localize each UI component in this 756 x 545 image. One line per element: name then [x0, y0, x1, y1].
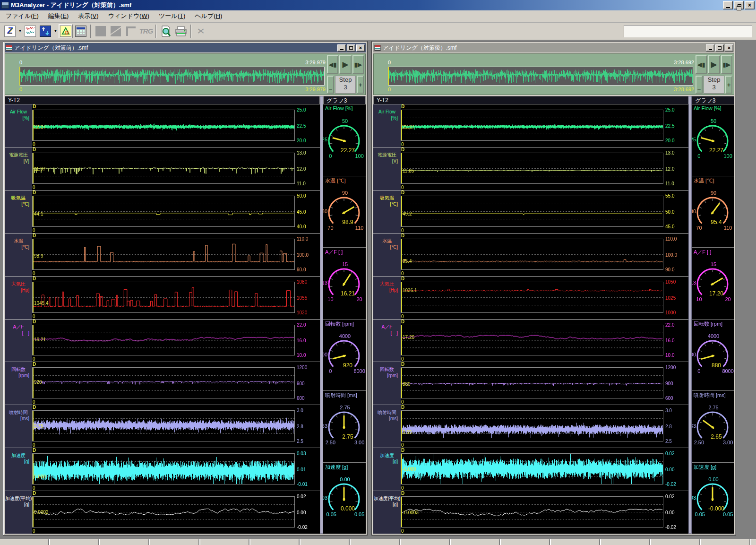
waveform-canvas[interactable]: [401, 153, 663, 183]
waveform-canvas[interactable]: [401, 110, 663, 140]
child-minimize-button[interactable]: [337, 44, 346, 52]
waveform-canvas[interactable]: [33, 153, 294, 183]
menu-item[interactable]: 編集(E): [43, 10, 73, 22]
menu-item[interactable]: ツール(T): [154, 10, 190, 22]
child-titlebar[interactable]: アイドリング（対策前）.smf ×: [5, 43, 366, 52]
waveform-canvas[interactable]: [33, 497, 294, 527]
play-forward-button[interactable]: ▶: [339, 55, 352, 74]
cursor-line[interactable]: [33, 282, 34, 312]
child-titlebar[interactable]: アイドリング（対策後）.smf ×: [373, 43, 734, 52]
app-titlebar[interactable]: M3Analyzer - アイドリング（対策前）.smf ×: [0, 0, 756, 10]
waveform-plot[interactable]: 22.27: [401, 110, 663, 141]
waveform-plot[interactable]: 22.27: [32, 110, 295, 141]
cursor-line[interactable]: [33, 239, 34, 269]
step-decrease-button[interactable]: −: [696, 76, 703, 94]
waveform-canvas[interactable]: [401, 282, 663, 312]
waveform-plot[interactable]: 0.0002: [32, 496, 295, 528]
cursor-line[interactable]: [401, 497, 402, 527]
zoom-profile-tool-button[interactable]: Z: [3, 24, 17, 38]
cursor-line[interactable]: [401, 282, 402, 312]
waveform-canvas[interactable]: [33, 239, 294, 269]
cursor-line[interactable]: [33, 153, 34, 183]
cursor-line[interactable]: [401, 325, 402, 355]
cursor-line[interactable]: [33, 411, 34, 441]
waveform-plot[interactable]: 2.65: [401, 410, 663, 441]
waveform-plot[interactable]: 16.21: [32, 325, 295, 356]
scale-arrows-tool-button[interactable]: [38, 24, 52, 38]
waveform-plot[interactable]: -0.0003: [401, 496, 663, 528]
waveform-canvas[interactable]: [401, 411, 663, 441]
measure-tool-button[interactable]: D: [59, 24, 73, 38]
print-button[interactable]: [174, 24, 188, 38]
menu-item[interactable]: ヘルプ(H): [190, 10, 227, 22]
close-button[interactable]: ×: [745, 1, 755, 9]
waveform-plot[interactable]: 2.75: [32, 410, 295, 441]
zoom-tool-dropdown-arrow[interactable]: ▼: [17, 24, 23, 38]
cursor-line[interactable]: [401, 368, 402, 398]
child-minimize-button[interactable]: [706, 44, 714, 52]
scale-tool-dropdown-arrow[interactable]: ▼: [53, 24, 58, 38]
step-forward-button[interactable]: ▮▶: [721, 55, 732, 74]
timeline-overview[interactable]: [19, 67, 325, 86]
waveform-plot[interactable]: 1045.4: [32, 282, 295, 313]
waveform-canvas[interactable]: [33, 282, 294, 312]
child-close-button[interactable]: ×: [356, 44, 365, 52]
waveform-canvas[interactable]: [33, 110, 294, 140]
waveform-plot[interactable]: 49.2: [401, 196, 663, 227]
waveform-canvas[interactable]: [33, 196, 294, 226]
waveform-canvas[interactable]: [33, 411, 294, 441]
cursor-line[interactable]: [33, 497, 34, 527]
cursor-line[interactable]: [401, 110, 402, 140]
child-close-button[interactable]: ×: [725, 44, 733, 52]
waveform-canvas[interactable]: [33, 325, 294, 355]
step-increase-button[interactable]: +: [357, 76, 364, 94]
waveform-canvas[interactable]: [401, 325, 663, 355]
waveform-plot[interactable]: -0.000: [401, 453, 663, 484]
play-forward-button[interactable]: ▶: [708, 55, 720, 74]
waveform-plot[interactable]: 95.4: [401, 239, 663, 270]
step-decrease-button[interactable]: −: [327, 76, 334, 94]
waveform-plot[interactable]: 1036.1: [401, 282, 663, 313]
cursor-line[interactable]: [401, 454, 402, 484]
waveform-plot[interactable]: 98.9: [32, 239, 295, 270]
menu-item[interactable]: 表示(V): [73, 10, 103, 22]
waveform-plot[interactable]: 0.000: [32, 453, 295, 484]
menu-item[interactable]: ウィンドウ(W): [103, 10, 154, 22]
cursor-line[interactable]: [33, 454, 34, 484]
cursor-line[interactable]: [33, 325, 34, 355]
child-maximize-button[interactable]: [715, 44, 724, 52]
step-back-button[interactable]: ◀▮: [696, 55, 707, 74]
waveform-canvas[interactable]: [33, 454, 294, 484]
waveform-canvas[interactable]: [401, 497, 663, 527]
waveform-canvas[interactable]: [401, 196, 663, 226]
cursor-line[interactable]: [33, 110, 34, 140]
print-preview-button[interactable]: [159, 24, 173, 38]
timeline-overview[interactable]: [388, 67, 693, 86]
waveform-canvas[interactable]: [401, 239, 663, 269]
cursor-line[interactable]: [33, 196, 34, 226]
waveform-canvas[interactable]: [401, 454, 663, 484]
waveform-view-button[interactable]: [23, 24, 37, 38]
waveform-canvas[interactable]: [401, 368, 663, 398]
cursor-line[interactable]: [401, 239, 402, 269]
waveform-plot[interactable]: 880: [401, 367, 663, 398]
waveform-plot[interactable]: 11.85: [401, 153, 663, 184]
calculator-tool-button[interactable]: [74, 24, 88, 38]
waveform-plot[interactable]: 17.20: [401, 325, 663, 356]
step-increase-button[interactable]: +: [725, 76, 732, 94]
pane-splitter[interactable]: [688, 96, 692, 534]
child-maximize-button[interactable]: [347, 44, 355, 52]
pane-splitter[interactable]: [320, 96, 323, 534]
restore-button[interactable]: [734, 1, 744, 9]
cursor-line[interactable]: [33, 368, 34, 398]
cursor-line[interactable]: [401, 411, 402, 441]
cursor-line[interactable]: [401, 153, 402, 183]
step-forward-button[interactable]: ▮▶: [352, 55, 364, 74]
waveform-plot[interactable]: 11.97: [32, 153, 295, 184]
menu-item[interactable]: ファイル(F): [1, 10, 43, 22]
cursor-line[interactable]: [401, 196, 402, 226]
waveform-plot[interactable]: 44.1: [32, 196, 295, 227]
waveform-plot[interactable]: 920: [32, 367, 295, 398]
minimize-button[interactable]: [723, 1, 733, 9]
waveform-canvas[interactable]: [33, 368, 294, 398]
